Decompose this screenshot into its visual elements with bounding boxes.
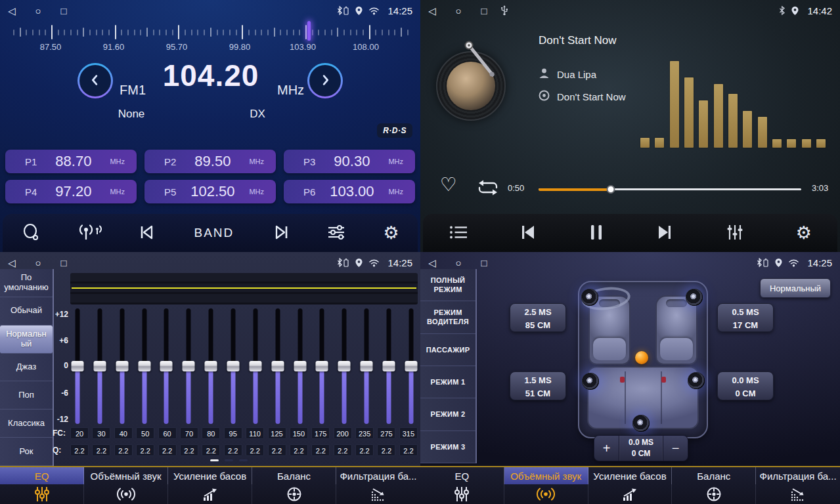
eq-band-slider[interactable] <box>116 308 129 424</box>
eq-band-slider[interactable] <box>71 308 84 424</box>
tab-surround[interactable]: Объёмный звук <box>84 467 168 504</box>
eq-band-slider[interactable] <box>249 308 262 424</box>
eq-preset-item[interactable]: Джаз <box>0 354 53 382</box>
recents-icon[interactable]: □ <box>61 6 67 16</box>
front-left-delay-button[interactable]: 2.5 MS 85 CM <box>510 303 566 332</box>
slider-handle[interactable] <box>205 361 217 371</box>
eq-preset-item[interactable]: Классика <box>0 410 53 438</box>
audio-levels-button[interactable] <box>725 223 745 243</box>
preset-P1-button[interactable]: P188.70MHz <box>5 150 137 173</box>
slider-handle[interactable] <box>138 361 150 371</box>
slider-handle[interactable] <box>227 361 240 371</box>
slider-handle[interactable] <box>160 361 173 371</box>
recents-icon[interactable]: □ <box>481 258 487 268</box>
tune-up-button[interactable] <box>307 63 343 98</box>
next-track-button[interactable] <box>655 224 673 243</box>
eq-band-slider[interactable] <box>271 308 284 424</box>
rear-left-delay-button[interactable]: 1.5 MS 51 CM <box>510 371 566 400</box>
eq-band-slider[interactable] <box>204 308 217 424</box>
front-right-delay-button[interactable]: 0.5 MS 17 CM <box>717 303 774 332</box>
surround-preset-button[interactable]: Нормальный <box>760 278 831 298</box>
delay-decrease-button[interactable]: − <box>663 436 688 461</box>
listening-mode-item[interactable]: ПОЛНЫЙ РЕЖИМ <box>420 269 475 301</box>
back-icon[interactable]: ◁ <box>8 6 16 16</box>
tab-eq[interactable]: EQ <box>0 467 84 504</box>
band-page-dot[interactable] <box>225 459 233 461</box>
preset-P6-button[interactable]: P6103.00MHz <box>284 180 415 203</box>
eq-band-slider[interactable] <box>338 308 351 424</box>
home-icon[interactable]: ○ <box>35 6 41 16</box>
slider-handle[interactable] <box>405 361 417 371</box>
settings-button[interactable]: ⚙ <box>384 224 399 242</box>
playlist-button[interactable] <box>449 224 468 242</box>
seek-bar[interactable] <box>539 184 801 194</box>
slider-handle[interactable] <box>294 361 306 371</box>
scan-button[interactable] <box>21 222 41 244</box>
tune-settings-button[interactable] <box>326 223 346 243</box>
band-page-dot[interactable] <box>210 459 219 461</box>
eq-band-slider[interactable] <box>294 308 307 424</box>
slider-handle[interactable] <box>183 361 195 371</box>
eq-preset-item[interactable]: Нормальный <box>0 326 53 354</box>
repeat-button[interactable] <box>475 178 500 199</box>
listening-mode-item[interactable]: РЕЖИМ 3 <box>420 431 475 463</box>
tab-balance[interactable]: Баланс <box>672 467 756 504</box>
slider-handle[interactable] <box>361 361 373 371</box>
eq-preset-item[interactable]: По умолчанию <box>0 269 53 297</box>
recents-icon[interactable]: □ <box>61 258 67 268</box>
eq-band-slider[interactable] <box>138 308 151 424</box>
prev-station-button[interactable] <box>139 224 157 243</box>
slider-handle[interactable] <box>338 361 351 371</box>
preset-P3-button[interactable]: P390.30MHz <box>284 150 415 173</box>
preset-P4-button[interactable]: P497.20MHz <box>5 180 137 203</box>
slider-handle[interactable] <box>271 361 284 371</box>
eq-preset-item[interactable]: Обычай <box>0 297 53 326</box>
slider-handle[interactable] <box>316 361 328 371</box>
eq-band-slider[interactable] <box>405 308 418 424</box>
favorite-button[interactable]: ♡ <box>440 173 457 196</box>
listening-mode-item[interactable]: РЕЖИМ ВОДИТЕЛЯ <box>420 301 475 333</box>
listening-mode-item[interactable]: РЕЖИМ 2 <box>420 398 475 430</box>
frequency-ruler[interactable]: 87.5091.6095.7099.80103.90108.00 <box>0 20 420 52</box>
back-icon[interactable]: ◁ <box>428 258 436 268</box>
broadcast-button[interactable] <box>78 222 102 244</box>
eq-band-slider[interactable] <box>227 308 240 424</box>
tab-bass[interactable]: Усиление басов <box>168 467 252 504</box>
eq-preset-item[interactable]: Рок <box>0 438 53 466</box>
eq-band-slider[interactable] <box>360 308 373 424</box>
tab-eq[interactable]: EQ <box>420 467 504 504</box>
home-icon[interactable]: ○ <box>35 258 41 268</box>
slider-handle[interactable] <box>383 361 395 371</box>
eq-band-slider[interactable] <box>93 308 106 424</box>
tab-filter[interactable]: Фильтрация ба... <box>336 467 420 504</box>
prev-track-button[interactable] <box>519 224 538 243</box>
listening-position-marker[interactable] <box>635 351 648 364</box>
eq-band-slider[interactable] <box>182 308 195 424</box>
eq-band-slider[interactable] <box>382 308 395 424</box>
eq-band-slider[interactable] <box>315 308 328 424</box>
slider-handle[interactable] <box>72 361 84 371</box>
seek-thumb[interactable] <box>607 185 615 194</box>
tab-surround[interactable]: Объёмный звук <box>504 467 588 504</box>
slider-handle[interactable] <box>93 361 106 371</box>
home-icon[interactable]: ○ <box>456 6 462 16</box>
back-icon[interactable]: ◁ <box>428 6 436 16</box>
tab-filter[interactable]: Фильтрация ба... <box>756 467 840 504</box>
tab-balance[interactable]: Баланс <box>252 467 336 504</box>
slider-handle[interactable] <box>116 361 128 371</box>
tune-down-button[interactable] <box>77 63 113 98</box>
preset-P5-button[interactable]: P5102.50MHz <box>144 180 276 203</box>
band-page-dot[interactable] <box>239 459 248 461</box>
slider-handle[interactable] <box>249 361 261 371</box>
eq-band-slider[interactable] <box>160 308 173 424</box>
home-icon[interactable]: ○ <box>456 258 462 268</box>
back-icon[interactable]: ◁ <box>8 258 16 268</box>
listening-mode-item[interactable]: ПАССАЖИР <box>420 334 475 366</box>
band-button[interactable]: BAND <box>194 226 234 240</box>
next-station-button[interactable] <box>271 224 290 243</box>
settings-button[interactable]: ⚙ <box>796 224 812 242</box>
rear-right-delay-button[interactable]: 0.0 MS 0 CM <box>717 371 774 400</box>
recents-icon[interactable]: □ <box>481 6 487 16</box>
tab-bass[interactable]: Усиление басов <box>588 467 673 504</box>
eq-preset-item[interactable]: Поп <box>0 381 53 410</box>
